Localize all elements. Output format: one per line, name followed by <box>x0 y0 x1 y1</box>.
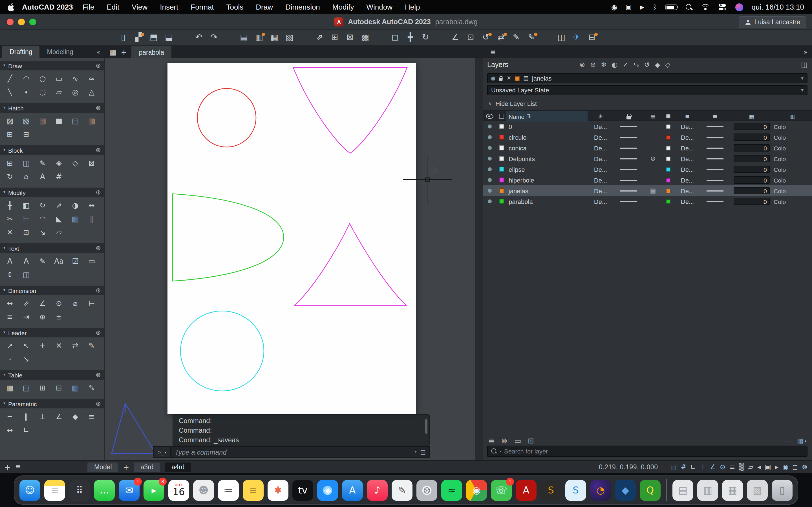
layer-row[interactable]: circulo De... De... 0 Colo <box>483 132 812 143</box>
user-account-button[interactable]: Luisa Lancastre <box>739 16 806 28</box>
stickies-dock-icon[interactable]: ≡ <box>243 480 264 501</box>
linetype-preview[interactable] <box>620 147 637 149</box>
hide-layer-list-toggle[interactable]: ∨ Hide Layer List <box>483 97 812 110</box>
command-input-bar[interactable]: ▾ ⊡ <box>171 446 430 458</box>
menu-item[interactable]: Insert <box>154 3 185 11</box>
layer-lineweight[interactable]: De... <box>588 185 613 196</box>
layer-lineweight[interactable]: De... <box>588 132 613 143</box>
vpn-shield-icon[interactable]: ▣ <box>626 4 631 10</box>
tab-drafting[interactable]: Drafting <box>2 46 40 58</box>
horizontal-constraint-icon[interactable]: ↔ <box>2 424 17 437</box>
mtext-icon[interactable]: A <box>2 255 17 268</box>
layout-icon[interactable]: ▣ <box>765 464 771 470</box>
add-layout-button[interactable]: + <box>123 463 130 471</box>
section-header-table[interactable]: ▾Table⊛ <box>0 370 104 380</box>
layer-color-swatch[interactable] <box>499 156 504 161</box>
layer-on-icon[interactable] <box>488 135 492 139</box>
gear-icon[interactable]: ⊛ <box>96 372 101 378</box>
polyline-icon[interactable]: ◠ <box>18 72 34 85</box>
sublime-text-dock-icon[interactable]: S <box>541 480 561 501</box>
linetype-preview[interactable] <box>620 126 637 127</box>
menubar-clock[interactable]: qui. 16/10 13:10 <box>752 3 804 11</box>
command-scrollbar[interactable] <box>425 419 427 434</box>
tab-modeling[interactable]: Modeling <box>40 46 81 58</box>
vp-linetype-preview[interactable] <box>707 136 723 138</box>
stretch-icon[interactable]: ↔ <box>84 199 99 212</box>
chevron-down-icon[interactable]: ▾ <box>801 88 804 93</box>
polygon-icon[interactable]: △ <box>84 86 99 99</box>
vp-color-swatch[interactable] <box>666 135 670 139</box>
qnew-button[interactable]: ▯ <box>116 31 131 44</box>
drawing-area[interactable] <box>105 58 475 460</box>
panel-dock-icon[interactable]: ◫ <box>801 61 808 68</box>
freeze-column-icon[interactable]: ☀ <box>588 111 613 122</box>
layer-row[interactable]: janelas De... ▤ De... 0 Colo <box>483 185 812 196</box>
make-current-icon[interactable]: ✓ <box>622 61 628 68</box>
gear-icon[interactable]: ⊛ <box>96 147 101 153</box>
aligned-dim-icon[interactable]: ⇗ <box>18 297 34 310</box>
tab-a4rd[interactable]: a4rd <box>165 462 191 472</box>
blocks-palette-button[interactable]: ◫ <box>554 31 569 44</box>
transparency-value[interactable]: 0 <box>733 198 770 205</box>
define-attribute-icon[interactable]: A <box>35 170 50 183</box>
layer-color-swatch[interactable] <box>499 135 504 140</box>
export-button[interactable]: ⇗ <box>312 31 327 44</box>
file-tab-parabola[interactable]: parabola <box>132 46 171 58</box>
open-button[interactable]: ▞ <box>131 31 146 44</box>
edit-table-icon[interactable]: ✎ <box>84 381 99 394</box>
prev-layout-icon[interactable]: ◂ <box>757 464 761 470</box>
edit-block-icon[interactable]: ✎ <box>35 157 50 170</box>
sync-attributes-icon[interactable]: ↻ <box>2 170 17 183</box>
insert-row-icon[interactable]: ⊞ <box>35 381 50 394</box>
tolerance-icon[interactable]: ± <box>51 311 66 323</box>
whatsapp-dock-icon[interactable]: ☏ 1 <box>491 480 512 501</box>
contacts-dock-icon[interactable]: ☻ <box>193 480 214 501</box>
spline-icon[interactable]: ≈ <box>84 72 99 85</box>
layer-on-icon[interactable] <box>488 189 492 193</box>
parabola-down-entity[interactable] <box>293 68 407 153</box>
right-angle-icon[interactable]: ∟ <box>18 424 34 437</box>
transparency-column-icon[interactable]: ▦ <box>730 111 774 122</box>
finder-dock-icon[interactable]: ☺ <box>19 480 40 501</box>
linear-constraint-icon[interactable]: ─ <box>2 410 17 423</box>
parabola-up-entity[interactable] <box>294 224 407 305</box>
edit-text-icon[interactable]: ✎ <box>35 255 50 268</box>
table-style-icon[interactable]: ▤ <box>18 381 34 394</box>
tv-dock-icon[interactable]: tv <box>292 480 313 501</box>
qsave-button[interactable]: ⬒ <box>146 31 161 44</box>
leader-left-icon[interactable]: ↖ <box>18 339 34 352</box>
fillet-icon[interactable]: ◠ <box>35 212 50 225</box>
section-header-text[interactable]: ▾Text⊛ <box>0 243 104 253</box>
minimized-window-2[interactable]: ▥ <box>697 480 718 501</box>
section-header-draw[interactable]: ▾Draw⊛ <box>0 61 104 70</box>
vp-lineweight[interactable]: De... <box>674 132 700 143</box>
layer-on-icon[interactable] <box>488 167 492 171</box>
selection-cycling-icon[interactable]: ▱ <box>748 464 753 470</box>
layer-on-icon[interactable] <box>488 200 492 203</box>
donut-icon[interactable]: ◌ <box>35 86 50 99</box>
layer-search-input[interactable] <box>504 448 804 455</box>
spotify-dock-icon[interactable]: ≈ <box>441 480 462 501</box>
safari-dock-icon[interactable]: ◈ <box>317 480 338 501</box>
arc-icon[interactable]: ∿ <box>68 72 83 85</box>
diameter-dim-icon[interactable]: ⌀ <box>68 297 83 310</box>
section-header-dimension[interactable]: ▾Dimension⊛ <box>0 286 104 295</box>
transparency-value[interactable]: 0 <box>733 144 770 152</box>
bluetooth-icon[interactable]: ᛒ <box>653 4 657 10</box>
next-layout-icon[interactable]: ▸ <box>775 464 778 470</box>
equal-constraint-icon[interactable]: ≡ <box>84 410 99 423</box>
annotation-scale-icon[interactable]: ◉ <box>782 464 788 470</box>
remove-leader-icon[interactable]: ✕ <box>51 339 66 352</box>
radius-dim-icon[interactable]: ⊙ <box>51 297 66 310</box>
vp-color-swatch[interactable] <box>666 146 670 150</box>
panel-divider[interactable] <box>475 58 483 460</box>
section-header-parametric[interactable]: ▾Parametric⊛ <box>0 399 104 408</box>
grid-icon[interactable]: # <box>680 464 686 470</box>
calendar-dock-icon[interactable]: OUT. 16 <box>168 480 189 501</box>
transparency-icon[interactable]: ▒ <box>739 464 744 470</box>
select-all-checkbox[interactable] <box>499 114 504 119</box>
explode-icon[interactable]: ⊡ <box>18 226 34 239</box>
import-state-icon[interactable]: ⊞ <box>528 437 534 445</box>
parallel-constraint-icon[interactable]: ∥ <box>18 410 34 423</box>
vp-color-swatch[interactable] <box>666 156 670 161</box>
